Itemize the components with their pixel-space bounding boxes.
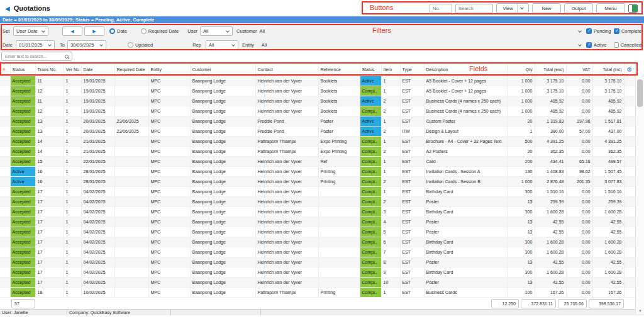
cell-reference[interactable] [318, 268, 360, 278]
cell-customer[interactable]: Baanpong Lodge [190, 268, 255, 278]
cell-date[interactable]: 10/02/2025 [81, 288, 114, 298]
cell-total-exc-[interactable]: 167.26 [535, 288, 566, 298]
row-selector-cell[interactable] [0, 147, 10, 157]
cell-reference[interactable]: Expo Printing [318, 147, 360, 157]
column-header-vat[interactable]: VAT [566, 63, 592, 76]
cell-vat[interactable]: 0.00 [566, 137, 592, 147]
table-row[interactable]: Accepted17104/02/2025MPCBaanpong LodgeHe… [0, 268, 635, 278]
cell-date[interactable]: 21/01/2025 [81, 137, 114, 147]
column-header-total-inc-[interactable]: Total (inc) [592, 63, 624, 76]
cell-ver-no-[interactable]: 1 [64, 76, 81, 86]
cell-customer[interactable]: Baanpong Lodge [190, 278, 255, 288]
cell-total-exc-[interactable]: 1 600.28 [535, 268, 566, 278]
cell-item[interactable]: 1 [381, 167, 400, 177]
cell-qty[interactable]: 1 [507, 127, 535, 137]
cell-customer[interactable]: Baanpong Lodge [190, 147, 255, 157]
cell-total-inc-[interactable]: 362.35 [592, 147, 624, 157]
cell-description[interactable]: Birthday Card [424, 187, 507, 197]
cancelled-checkbox[interactable] [614, 42, 619, 48]
cell-reference[interactable]: Poster [318, 116, 360, 127]
cell-description[interactable]: Birthday Card [424, 207, 507, 217]
cell-total-inc-[interactable]: 3 077.83 [592, 177, 624, 187]
cell-item[interactable]: 4 [381, 217, 400, 227]
cell-reference[interactable] [318, 227, 360, 237]
cell-total-exc-[interactable]: 1 600.28 [535, 237, 566, 247]
cell-item[interactable]: 2 [381, 127, 400, 137]
cell-status[interactable]: Compl.. [360, 257, 381, 268]
cell-total-exc-[interactable]: 42.55 [535, 257, 566, 268]
cell-vat[interactable]: 197.98 [566, 116, 592, 127]
cell-qty[interactable]: 13 [507, 227, 535, 237]
cell-entity[interactable]: MPC [148, 207, 190, 217]
cell-date[interactable]: 04/02/2025 [81, 197, 114, 207]
cell-contact[interactable]: Heinrich van der Vyver [255, 76, 318, 86]
cell-entity[interactable]: MPC [148, 257, 190, 268]
table-row[interactable]: Active16128/01/2025MPCBaanpong LodgeHein… [0, 167, 635, 177]
cell-qty[interactable]: 1 000 [507, 177, 535, 187]
cell-description[interactable]: Design & Layout [424, 127, 507, 137]
cell-required-date[interactable] [114, 167, 148, 177]
row-selector-cell[interactable] [0, 106, 10, 116]
cell-entity[interactable]: MPC [148, 247, 190, 257]
cell-reference[interactable] [318, 187, 360, 197]
cell-trans-no-[interactable]: 14 [35, 147, 64, 157]
complete-checkbox[interactable] [614, 28, 619, 34]
cell-ver-no-[interactable]: 1 [64, 167, 81, 177]
cell-status[interactable]: Compl.. [360, 106, 381, 116]
table-row[interactable]: Accepted12119/01/2025MPCBaanpong LodgeHe… [0, 86, 635, 96]
cell-reference[interactable] [318, 237, 360, 247]
cell-reference[interactable]: Printing [318, 177, 360, 187]
cell-required-date[interactable] [114, 106, 148, 116]
cell-trans-no-[interactable]: 11 [35, 96, 64, 106]
cell-contact[interactable]: Freddie Pond [255, 116, 318, 127]
table-row[interactable]: Accepted17104/02/2025MPCBaanpong LodgeHe… [0, 237, 635, 247]
cell-item[interactable]: 1 [381, 86, 400, 96]
cell-trans-no-[interactable]: 13 [35, 116, 64, 127]
cell-customer[interactable]: Baanpong Lodge [190, 227, 255, 237]
cell-required-date[interactable] [114, 76, 148, 86]
cell-total-exc-[interactable]: 259.39 [535, 197, 566, 207]
table-row[interactable]: Accepted14121/01/2025MPCBaanpong LodgePa… [0, 137, 635, 147]
row-selector-cell[interactable] [0, 167, 10, 177]
cell-trans-no-[interactable]: 15 [35, 157, 64, 167]
next-period-button[interactable]: ▶ [84, 26, 104, 36]
cell-required-date[interactable] [114, 247, 148, 257]
cell-entity[interactable]: MPC [148, 288, 190, 298]
cell-vat[interactable]: 0.00 [566, 227, 592, 237]
row-selector-cell[interactable] [0, 207, 10, 217]
cell-entity[interactable]: MPC [148, 217, 190, 227]
cell-contact[interactable]: Heinrich van der Vyver [255, 247, 318, 257]
table-row[interactable]: Accepted17104/02/2025MPCBaanpong LodgeHe… [0, 247, 635, 257]
cell-reference[interactable] [318, 278, 360, 288]
table-row[interactable]: Accepted14121/01/2025MPCBaanpong LodgePa… [0, 147, 635, 157]
cell-contact[interactable]: Heinrich van der Vyver [255, 278, 318, 288]
cell-vat[interactable]: 0.00 [566, 278, 592, 288]
customer-dropdown[interactable]: All [260, 28, 586, 34]
cell-reference[interactable]: Printing [318, 167, 360, 177]
cell-status[interactable]: Compl.. [360, 278, 381, 288]
cell-total-exc-[interactable]: 1 319.83 [535, 116, 566, 127]
cell-type[interactable]: EST [400, 147, 424, 157]
cell-qty[interactable]: 200 [507, 157, 535, 167]
cell-item[interactable]: 6 [381, 237, 400, 247]
column-header-status[interactable]: Status [10, 63, 35, 76]
column-header-type[interactable]: Type [400, 63, 424, 76]
cell-status[interactable]: Accepted [10, 116, 35, 127]
date-from-dropdown[interactable]: 01/01/2025 [16, 40, 55, 50]
cell-status[interactable]: Compl.. [360, 137, 381, 147]
cell-customer[interactable]: Baanpong Lodge [190, 177, 255, 187]
cell-contact[interactable]: Heinrich van der Vyver [255, 268, 318, 278]
cell-contact[interactable]: Heinrich van der Vyver [255, 187, 318, 197]
cell-entity[interactable]: MPC [148, 76, 190, 86]
cell-entity[interactable]: MPC [148, 278, 190, 288]
table-row[interactable]: Accepted13120/01/202523/06/2025MPCBaanpo… [0, 127, 635, 137]
cell-total-inc-[interactable]: 259.39 [592, 197, 624, 207]
cell-customer[interactable]: Baanpong Lodge [190, 197, 255, 207]
row-selector-cell[interactable] [0, 237, 10, 247]
cell-total-exc-[interactable]: 42.55 [535, 227, 566, 237]
row-selector-cell[interactable] [0, 116, 10, 127]
date-to-dropdown[interactable]: 30/09/2025 [67, 40, 106, 50]
cell-date[interactable]: 19/01/2025 [81, 96, 114, 106]
cell-status[interactable]: Accepted [10, 268, 35, 278]
row-selector-cell[interactable] [0, 187, 10, 197]
